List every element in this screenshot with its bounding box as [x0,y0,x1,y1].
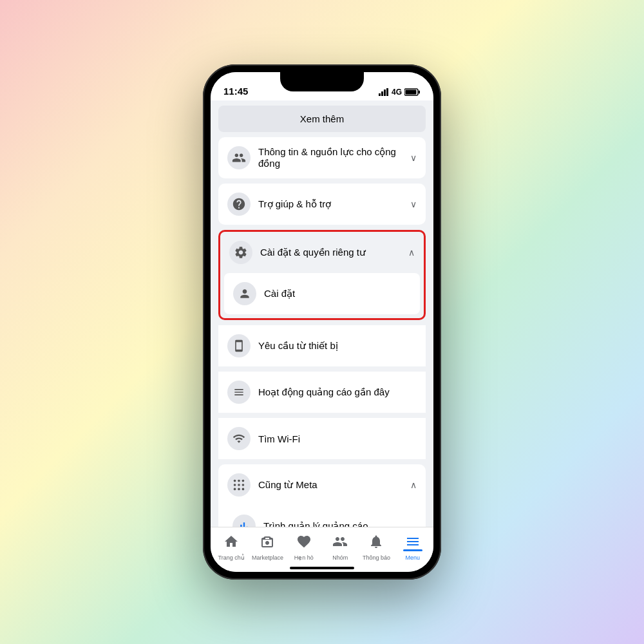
community-chevron: ∨ [410,153,417,163]
ad-activity-label: Hoạt động quảng cáo gần đây [258,386,390,398]
device-request-icon [227,334,251,357]
svg-rect-5 [419,91,420,94]
find-wifi-label: Tìm Wi-Fi [258,433,300,444]
notifications-label: Thông báo [363,554,390,561]
settings-item-label: Cài đặt [264,288,295,299]
svg-point-7 [234,480,236,482]
settings-section-header[interactable]: Cài đặt & quyền riêng tư ∧ [220,232,424,273]
help-title: Trợ giúp & hỗ trợ [258,198,410,210]
ad-activity-icon [227,381,251,404]
find-wifi-item[interactable]: Tìm Wi-Fi [218,418,426,459]
settings-item[interactable]: Cài đặt [224,273,420,314]
svg-point-9 [242,480,245,482]
help-section: Trợ giúp & hỗ trợ ∨ [218,184,426,225]
find-wifi-row[interactable]: Tìm Wi-Fi [218,418,426,459]
bell-icon [368,534,384,553]
help-icon [227,193,251,216]
device-request-item[interactable]: Yêu cầu từ thiết bị [218,325,426,366]
battery-icon [404,88,421,96]
signal-icon [379,88,389,96]
svg-point-11 [238,484,240,486]
svg-point-12 [242,484,245,486]
ad-manager-icon [232,515,256,527]
community-section: Thông tin & nguồn lực cho cộng đồng ∨ [218,137,426,178]
home-icon [223,534,239,553]
find-wifi-icon [227,427,251,450]
meta-icon [227,473,251,497]
help-section-header[interactable]: Trợ giúp & hỗ trợ ∨ [218,184,426,225]
meta-section-header[interactable]: Cũng từ Meta ∧ [218,464,426,506]
ad-manager-label: Trình quản lý quảng cáo [263,520,368,527]
nav-item-home[interactable]: Trang chủ [213,534,249,561]
status-time: 11:45 [223,86,248,97]
nav-item-notifications[interactable]: Thông báo [358,534,394,561]
meta-title: Cũng từ Meta [258,479,410,491]
ad-activity-row[interactable]: Hoạt động quảng cáo gần đây [218,372,426,413]
device-request-row[interactable]: Yêu cầu từ thiết bị [218,325,426,366]
groups-icon [332,534,348,553]
svg-point-10 [234,484,236,486]
home-label: Trang chủ [218,554,245,561]
settings-chevron: ∧ [408,247,415,258]
device-request-label: Yêu cầu từ thiết bị [258,340,338,352]
bottom-nav: Trang chủ Marketplace H [211,527,433,572]
notch [280,72,364,91]
community-icon [227,146,251,169]
svg-point-15 [242,488,245,491]
svg-rect-6 [406,90,417,95]
meta-section: Cũng từ Meta ∧ Trình quản lý quảng cáo [218,464,426,527]
meta-chevron: ∧ [410,480,417,490]
active-nav-indicator [403,549,422,551]
svg-rect-1 [381,91,383,96]
svg-rect-0 [379,93,381,96]
nav-item-groups[interactable]: Nhóm [322,534,358,561]
menu-label: Menu [406,554,421,561]
groups-label: Nhóm [332,554,348,561]
community-section-header[interactable]: Thông tin & nguồn lực cho cộng đồng ∨ [218,137,426,178]
nav-item-dating[interactable]: Hẹn hò [286,534,322,561]
svg-point-13 [234,488,236,491]
status-icons: 4G [379,88,421,97]
content-area: Xem thêm Thông tin & nguồn lực cho cộng … [211,100,433,527]
nav-item-menu[interactable]: Menu [395,534,431,561]
marketplace-icon [260,534,275,553]
ad-manager-item[interactable]: Trình quản lý quảng cáo [223,506,421,527]
svg-point-14 [238,488,240,491]
phone-frame: 11:45 4G Xem thêm [203,64,441,580]
settings-inner: Cài đặt [224,273,420,314]
svg-rect-3 [386,88,388,96]
nav-item-marketplace[interactable]: Marketplace [249,534,285,561]
svg-rect-2 [384,90,386,96]
heart-icon [296,534,312,553]
phone-screen: 11:45 4G Xem thêm [211,72,433,572]
settings-icon [229,241,252,264]
ad-activity-item[interactable]: Hoạt động quảng cáo gần đây [218,372,426,413]
settings-title: Cài đặt & quyền riêng tư [260,247,408,258]
signal-type: 4G [392,88,402,97]
marketplace-label: Marketplace [252,554,283,561]
community-title: Thông tin & nguồn lực cho cộng đồng [258,146,410,169]
settings-section: Cài đặt & quyền riêng tư ∧ Cài đặt [218,230,426,320]
svg-point-8 [238,480,240,482]
home-indicator [290,567,354,569]
see-more-button[interactable]: Xem thêm [218,106,426,132]
help-chevron: ∨ [410,199,417,209]
settings-item-icon [233,282,256,305]
dating-label: Hẹn hò [294,554,314,561]
